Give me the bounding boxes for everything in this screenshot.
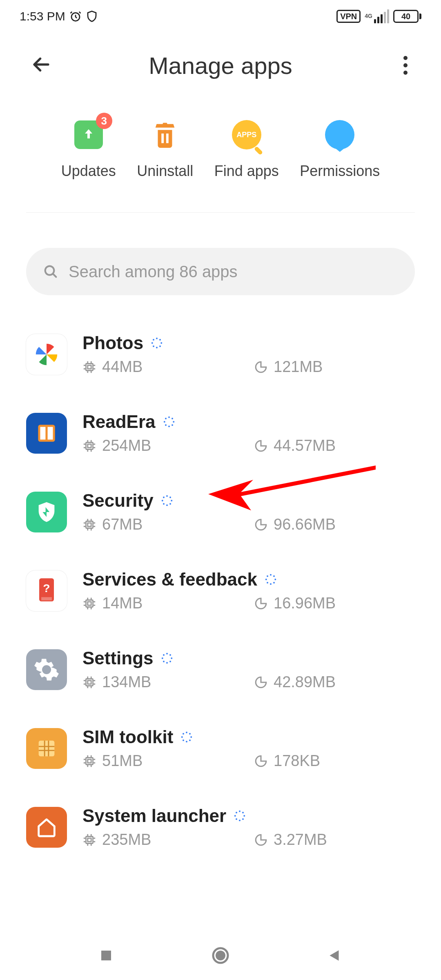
svg-point-59 bbox=[186, 732, 187, 733]
app-storage: 44MB bbox=[102, 358, 143, 376]
search-bar[interactable] bbox=[26, 248, 415, 295]
loading-spinner-icon bbox=[180, 731, 193, 743]
pie-icon bbox=[254, 439, 268, 453]
svg-point-22 bbox=[165, 418, 167, 419]
app-row-security[interactable]: Security 67MB 96.66MB bbox=[26, 472, 415, 551]
app-name: Services & feedback bbox=[82, 569, 257, 590]
svg-point-5 bbox=[159, 345, 161, 347]
action-find-apps[interactable]: APPS Find apps bbox=[214, 118, 279, 180]
svg-point-62 bbox=[189, 739, 191, 741]
svg-point-71 bbox=[243, 815, 245, 817]
svg-rect-47 bbox=[88, 601, 91, 605]
loading-spinner-icon bbox=[151, 337, 163, 349]
svg-point-41 bbox=[273, 582, 275, 584]
svg-point-76 bbox=[236, 812, 237, 813]
pie-icon bbox=[254, 518, 268, 532]
action-label: Uninstall bbox=[137, 163, 193, 180]
app-icon-readera bbox=[26, 413, 67, 454]
svg-point-74 bbox=[236, 818, 237, 820]
chip-icon bbox=[82, 360, 96, 374]
pie-icon bbox=[254, 833, 268, 847]
svg-point-50 bbox=[171, 657, 172, 659]
search-input[interactable] bbox=[69, 263, 399, 281]
app-row-photos[interactable]: Photos 44MB 121MB bbox=[26, 315, 415, 394]
app-row-services-feedback[interactable]: ? Services & feedback 14MB 16.96MB bbox=[26, 551, 415, 630]
app-storage: 134MB bbox=[102, 673, 151, 691]
app-data: 96.66MB bbox=[274, 516, 336, 533]
svg-point-7 bbox=[153, 345, 154, 347]
app-row-system-launcher[interactable]: System launcher 235MB 3.27MB bbox=[26, 788, 415, 866]
svg-point-44 bbox=[265, 579, 267, 580]
app-row-sim-toolkit[interactable]: SIM toolkit 51MB 178KB bbox=[26, 709, 415, 788]
arrow-left-icon bbox=[29, 53, 53, 76]
app-name: Security bbox=[82, 490, 154, 511]
svg-rect-67 bbox=[86, 757, 93, 764]
svg-point-15 bbox=[168, 416, 170, 418]
app-icon-launcher bbox=[26, 807, 67, 848]
svg-point-30 bbox=[163, 503, 165, 505]
svg-point-2 bbox=[156, 338, 158, 339]
action-updates[interactable]: 3 Updates bbox=[61, 118, 116, 180]
action-permissions[interactable]: Permissions bbox=[300, 118, 380, 180]
action-label: Permissions bbox=[300, 163, 380, 180]
svg-rect-79 bbox=[101, 951, 111, 960]
svg-rect-34 bbox=[88, 523, 91, 526]
svg-point-39 bbox=[273, 575, 275, 577]
app-name: Settings bbox=[82, 648, 154, 668]
action-label: Find apps bbox=[214, 163, 279, 180]
svg-point-32 bbox=[163, 497, 165, 498]
chip-icon bbox=[82, 518, 96, 532]
loading-spinner-icon bbox=[265, 573, 277, 586]
svg-point-25 bbox=[166, 495, 168, 497]
pie-icon bbox=[254, 360, 268, 374]
svg-point-3 bbox=[159, 339, 161, 341]
app-name: System launcher bbox=[82, 806, 226, 826]
nav-recent-button[interactable] bbox=[96, 946, 116, 965]
svg-point-19 bbox=[168, 425, 170, 427]
chip-icon bbox=[82, 754, 96, 768]
chip-icon bbox=[82, 833, 96, 847]
nav-home-button[interactable] bbox=[211, 946, 230, 965]
app-icon-photos bbox=[26, 334, 67, 375]
back-button[interactable] bbox=[29, 53, 53, 78]
svg-rect-77 bbox=[86, 836, 93, 843]
circle-icon bbox=[211, 946, 230, 965]
app-storage: 14MB bbox=[102, 595, 143, 612]
svg-point-17 bbox=[173, 421, 174, 423]
app-storage: 67MB bbox=[102, 516, 143, 533]
svg-rect-11 bbox=[88, 365, 91, 369]
app-list: Photos 44MB 121MB ReadEra bbox=[0, 315, 441, 866]
svg-point-6 bbox=[156, 347, 158, 348]
svg-point-21 bbox=[163, 421, 165, 423]
svg-point-49 bbox=[169, 654, 171, 656]
svg-point-55 bbox=[163, 654, 165, 656]
svg-rect-56 bbox=[86, 679, 93, 686]
svg-point-61 bbox=[191, 736, 192, 738]
app-row-settings[interactable]: Settings 134MB 42.89MB bbox=[26, 630, 415, 709]
svg-point-45 bbox=[267, 575, 268, 577]
svg-rect-37 bbox=[41, 597, 52, 600]
svg-point-54 bbox=[161, 657, 163, 659]
action-uninstall[interactable]: Uninstall bbox=[137, 118, 193, 180]
signal-icon bbox=[374, 9, 389, 23]
svg-point-26 bbox=[169, 497, 171, 498]
svg-point-16 bbox=[172, 418, 173, 419]
loading-spinner-icon bbox=[234, 810, 246, 822]
shield-outline-icon bbox=[86, 10, 98, 22]
svg-point-64 bbox=[183, 739, 184, 741]
app-name: ReadEra bbox=[82, 412, 156, 432]
svg-rect-14 bbox=[48, 427, 53, 439]
app-row-readera[interactable]: ReadEra 254MB 44.57MB bbox=[26, 394, 415, 472]
svg-rect-23 bbox=[86, 442, 93, 449]
pie-icon bbox=[254, 754, 268, 768]
svg-point-81 bbox=[216, 951, 225, 960]
status-bar: 1:53 PM VPN 4G 40 bbox=[0, 0, 441, 33]
vpn-indicator: VPN bbox=[336, 10, 361, 23]
more-options-button[interactable] bbox=[403, 56, 408, 75]
nav-back-button[interactable] bbox=[325, 946, 345, 965]
app-data: 44.57MB bbox=[274, 437, 336, 454]
chip-icon bbox=[82, 597, 96, 610]
status-time: 1:53 PM bbox=[20, 9, 65, 23]
svg-point-9 bbox=[153, 339, 154, 341]
svg-point-72 bbox=[242, 818, 244, 820]
